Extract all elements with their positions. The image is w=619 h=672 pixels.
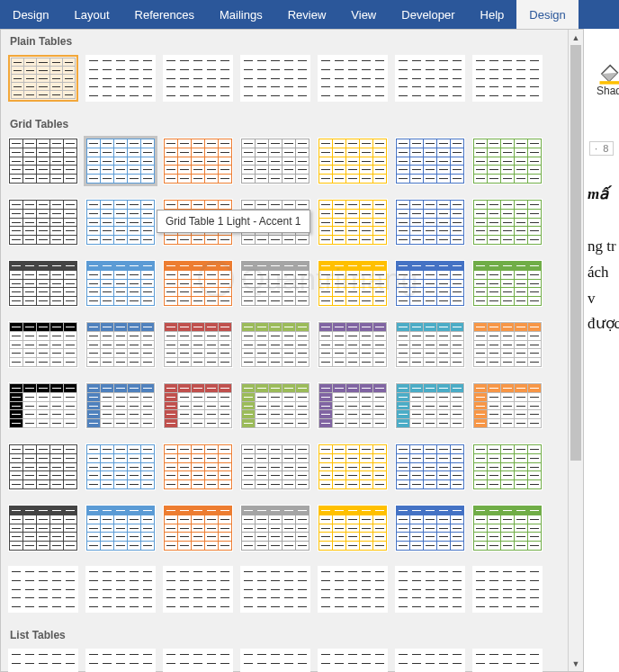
table-style-thumb[interactable] [395,199,465,246]
paint-bucket-icon [597,63,619,85]
table-style-thumb[interactable] [163,260,233,307]
table-style-thumb[interactable] [318,444,388,490]
scroll-up-button[interactable]: ▲ [569,30,583,45]
shading-button[interactable]: Shad [591,63,619,97]
table-style-thumb[interactable] [318,199,388,246]
tab-view[interactable]: View [338,0,389,29]
table-style-thumb[interactable] [8,566,78,613]
table-style-thumb[interactable] [318,138,388,184]
table-style-thumb[interactable] [8,260,78,307]
scroll-track[interactable] [569,45,583,656]
table-style-thumb[interactable] [395,382,465,429]
table-style-thumb[interactable] [472,55,543,102]
tab-references[interactable]: References [122,0,207,29]
tab-help[interactable]: Help [468,0,517,29]
document-text: mấ ng tr ách v được [588,182,619,337]
ribbon-tabs: Design Layout References Mailings Review… [0,0,619,29]
document-area: Shad · 8 mấ ng tr ách v được [584,29,619,672]
tab-design[interactable]: Design [0,0,61,29]
table-style-thumb[interactable] [8,505,78,551]
table-style-thumb[interactable] [163,55,233,102]
table-style-thumb[interactable] [163,444,233,490]
table-style-thumb[interactable] [240,138,310,184]
table-style-thumb[interactable] [240,444,310,490]
table-style-thumb[interactable] [8,199,78,246]
scroll-thumb[interactable] [570,45,581,461]
table-style-thumb[interactable] [318,382,388,429]
table-style-thumb[interactable] [240,649,310,672]
table-style-thumb[interactable] [395,260,465,307]
table-style-thumb[interactable] [395,505,465,551]
table-style-thumb[interactable] [318,321,388,368]
table-style-thumb[interactable] [240,260,310,307]
table-style-thumb[interactable] [85,649,156,672]
table-style-thumb[interactable] [8,138,78,184]
table-style-thumb[interactable] [163,138,233,184]
tab-review[interactable]: Review [275,0,339,29]
table-style-thumb[interactable] [318,505,388,551]
table-styles-gallery: Plain Tables Grid Tables List Tables Gri… [0,29,584,672]
table-style-thumb[interactable] [85,55,156,102]
table-style-thumb[interactable] [472,321,543,368]
category-grid-tables: Grid Tables [1,112,583,134]
table-style-thumb[interactable] [318,55,388,102]
table-style-thumb[interactable] [163,505,233,551]
table-style-thumb[interactable] [472,260,543,307]
table-style-thumb[interactable] [472,649,543,672]
table-style-thumb[interactable] [240,566,310,613]
table-style-thumb[interactable] [85,505,156,551]
table-style-thumb[interactable] [240,321,310,368]
table-style-thumb[interactable] [472,382,543,429]
table-style-thumb[interactable] [472,505,543,551]
table-style-thumb[interactable] [395,444,465,490]
gallery-scrollbar[interactable]: ▲ ▼ [568,30,583,671]
table-style-thumb[interactable] [240,505,310,551]
table-style-thumb[interactable] [472,138,543,184]
svg-rect-0 [600,81,620,85]
table-style-thumb[interactable] [163,321,233,368]
table-style-thumb[interactable] [395,55,465,102]
tab-layout[interactable]: Layout [61,0,121,29]
table-style-thumb[interactable] [395,321,465,368]
table-style-thumb[interactable] [85,321,156,368]
table-style-thumb[interactable] [163,566,233,613]
tab-table-design[interactable]: Design [516,0,578,29]
table-style-thumb[interactable] [240,55,310,102]
table-style-thumb[interactable] [395,138,465,184]
table-style-thumb[interactable] [8,649,78,672]
shading-label: Shad [597,85,619,97]
ruler-marker: · 8 [589,141,614,156]
table-style-thumb[interactable] [472,444,543,490]
table-style-thumb[interactable] [85,138,156,184]
table-style-thumb[interactable] [318,649,388,672]
table-style-thumb[interactable] [8,382,78,429]
table-style-thumb[interactable] [85,566,156,613]
table-style-thumb[interactable] [85,199,156,246]
category-plain-tables: Plain Tables [1,30,583,51]
table-style-thumb[interactable] [85,444,156,490]
table-style-thumb[interactable] [472,199,543,246]
table-style-thumb[interactable] [318,566,388,613]
table-style-thumb[interactable] [240,382,310,429]
table-style-thumb[interactable] [8,444,78,490]
scroll-down-button[interactable]: ▼ [569,656,583,671]
table-style-thumb[interactable] [472,566,543,613]
table-style-thumb[interactable] [163,649,233,672]
table-style-thumb[interactable] [85,260,156,307]
table-style-thumb[interactable] [395,649,465,672]
table-style-thumb[interactable] [395,566,465,613]
style-tooltip: Grid Table 1 Light - Accent 1 [157,210,310,233]
table-style-thumb[interactable] [8,321,78,368]
table-style-thumb[interactable] [163,382,233,429]
table-style-thumb[interactable] [8,55,78,102]
table-style-thumb[interactable] [318,260,388,307]
tab-developer[interactable]: Developer [389,0,467,29]
table-style-thumb[interactable] [85,382,156,429]
tab-mailings[interactable]: Mailings [207,0,275,29]
category-list-tables: List Tables [1,623,583,645]
